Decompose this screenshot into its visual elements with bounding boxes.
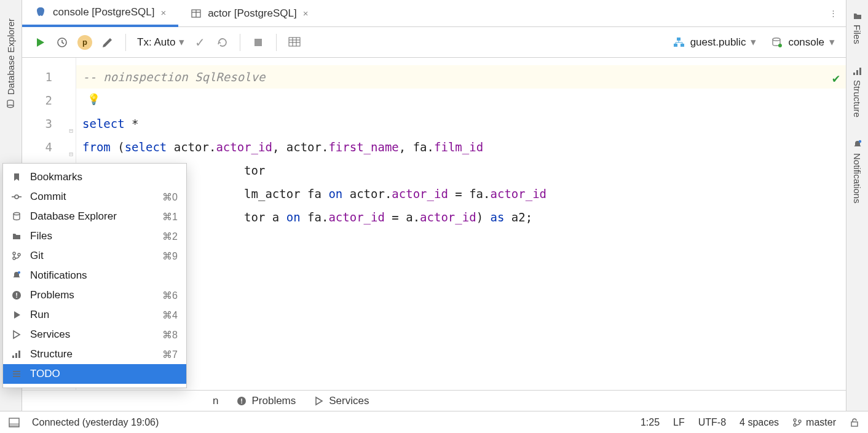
popup-item-problems[interactable]: !Problems⌘6 [3, 285, 186, 305]
error-icon: ! [237, 396, 247, 406]
postgres-icon [34, 6, 47, 18]
line-number: 2 [22, 89, 52, 112]
connection-status[interactable]: Connected (yesterday 19:06) [32, 417, 159, 428]
svg-point-18 [773, 38, 780, 40]
line-separator[interactable]: LF [673, 417, 685, 428]
branch-icon [792, 418, 802, 427]
separator [125, 34, 126, 51]
bottom-tool-services[interactable]: Services [314, 395, 369, 407]
todo-icon [12, 369, 23, 379]
schema-label: guest.public [690, 36, 746, 49]
p-badge[interactable]: p [77, 35, 92, 50]
tab-label: actor [PostgreSQL] [208, 7, 297, 20]
svg-rect-30 [12, 356, 14, 358]
services-icon [314, 396, 324, 406]
settings-icon[interactable] [101, 36, 114, 49]
git-icon [12, 251, 23, 261]
popup-item-database-explorer[interactable]: Database Explorer⌘1 [3, 207, 186, 226]
indent-setting[interactable]: 4 spaces [740, 417, 779, 428]
svg-point-23 [14, 213, 20, 215]
popup-item-commit[interactable]: Commit⌘0 [3, 187, 186, 207]
popup-item-git[interactable]: Git⌘9 [3, 246, 186, 266]
svg-point-26 [18, 253, 20, 256]
bottom-tool-problems[interactable]: ! Problems [237, 395, 296, 407]
grid-icon[interactable] [288, 36, 301, 49]
chevron-down-icon: ▾ [751, 36, 756, 49]
code-line[interactable]: -- noinspection SqlResolve [82, 65, 840, 89]
popup-shortcut: ⌘7 [162, 349, 178, 360]
close-icon[interactable]: × [303, 8, 309, 18]
popup-item-files[interactable]: Files⌘2 [3, 226, 186, 246]
fold-icon[interactable]: ⊟ [69, 119, 73, 143]
toolwindow-toggle-icon[interactable] [9, 418, 20, 427]
stop-icon[interactable] [251, 36, 265, 49]
code-line[interactable]: from (select actor.actor_id, actor.first… [82, 135, 840, 159]
svg-rect-16 [674, 44, 677, 47]
commit-icon [12, 192, 23, 202]
code-line[interactable]: select * [82, 112, 840, 135]
query-toolbar: p Tx: Auto ▾ ✓ guest.public ▾ console ▾ [22, 27, 846, 58]
bottom-label: n [213, 395, 218, 407]
close-icon[interactable]: × [160, 7, 166, 18]
console-selector[interactable]: console ▾ [771, 36, 835, 49]
play-icon [12, 310, 23, 320]
svg-point-4 [858, 140, 861, 142]
more-icon[interactable]: ⋮ [821, 9, 846, 18]
table-icon [191, 8, 202, 19]
tx-mode-select[interactable]: Tx: Auto ▾ [137, 36, 184, 49]
line-number: 3 [22, 112, 52, 135]
history-icon[interactable] [55, 36, 69, 49]
popup-label: Git [30, 250, 44, 262]
svg-point-40 [794, 419, 796, 421]
sidebar-item-files[interactable]: Files [852, 11, 862, 44]
popup-label: Files [30, 230, 52, 242]
popup-item-notifications[interactable]: Notifications [3, 266, 186, 285]
popup-item-todo[interactable]: TODO [3, 364, 186, 384]
db-icon [6, 98, 16, 108]
popup-shortcut: ⌘0 [162, 191, 178, 203]
popup-item-run[interactable]: Run⌘4 [3, 305, 186, 325]
bottom-tool-trimmed[interactable]: n [213, 395, 218, 407]
sidebar-label: Structure [852, 80, 862, 117]
folder-icon [853, 11, 862, 21]
popup-label: Services [30, 328, 70, 341]
line-number: 4 [22, 135, 52, 159]
sidebar-item-structure[interactable]: Structure [852, 66, 862, 117]
popup-label: Bookmarks [30, 171, 82, 183]
code-line[interactable]: lm_actor fa on actor.actor_id = fa.actor… [82, 182, 840, 205]
file-encoding[interactable]: UTF-8 [698, 417, 726, 428]
popup-shortcut: ⌘8 [162, 329, 178, 341]
popup-item-services[interactable]: Services⌘8 [3, 325, 186, 344]
popup-item-bookmarks[interactable]: Bookmarks [3, 167, 186, 187]
right-tool-bar: Files Structure Notifications [846, 0, 868, 412]
commit-icon[interactable]: ✓ [193, 36, 207, 49]
code-line[interactable] [82, 89, 840, 112]
lock-icon[interactable] [850, 418, 859, 427]
code-line[interactable]: tor a on fa.actor_id = a.actor_id) as a2… [82, 205, 840, 229]
sidebar-item-database-explorer[interactable]: Database Explorer [6, 18, 16, 108]
cursor-position[interactable]: 1:25 [641, 417, 660, 428]
console-db-icon [771, 37, 783, 48]
bell-icon [853, 140, 862, 149]
sidebar-item-notifications[interactable]: Notifications [852, 140, 862, 204]
svg-rect-3 [859, 68, 861, 75]
tx-label: Tx: Auto [137, 36, 175, 49]
svg-point-0 [8, 105, 14, 108]
line-number: 1 [22, 65, 52, 89]
tab-label: console [PostgreSQL] [53, 6, 154, 18]
inspection-ok-icon[interactable]: ✔ [832, 66, 840, 90]
git-branch[interactable]: master [792, 417, 836, 428]
editor-code[interactable]: 💡 ✔ -- noinspection SqlResolve select *f… [76, 58, 846, 390]
rollback-icon[interactable] [215, 36, 229, 49]
error-icon: ! [12, 290, 23, 300]
intention-bulb-icon[interactable]: 💡 [87, 87, 100, 111]
popup-item-structure[interactable]: Structure⌘7 [3, 344, 186, 364]
popup-label: Commit [30, 191, 66, 203]
code-line[interactable]: tor [82, 159, 840, 182]
run-button[interactable] [33, 36, 47, 49]
tab-console[interactable]: console [PostgreSQL] × [22, 1, 178, 27]
tab-actor[interactable]: actor [PostgreSQL] × [178, 0, 320, 26]
svg-rect-9 [254, 39, 262, 46]
svg-text:!: ! [15, 292, 18, 299]
schema-selector[interactable]: guest.public ▾ [673, 36, 757, 49]
